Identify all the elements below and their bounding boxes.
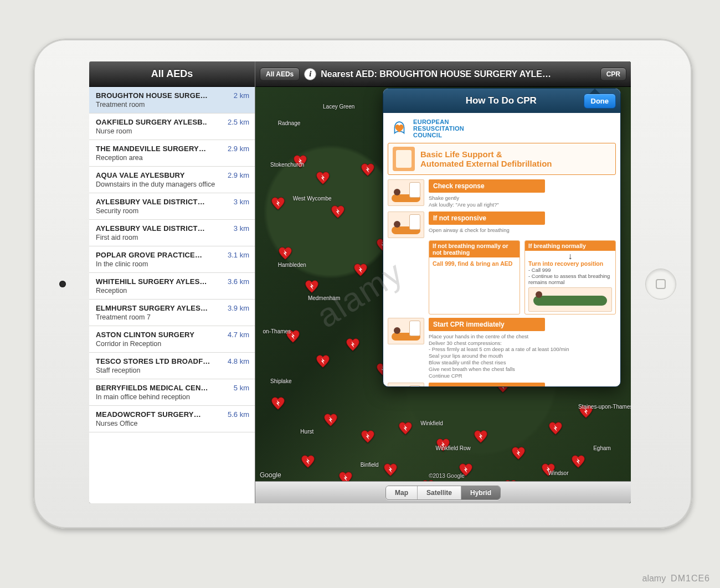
cpr-step-start-cpr: Start CPR immediately Place your hands i… [388, 318, 616, 379]
aed-map-pin[interactable] [511, 446, 526, 461]
aed-list-item[interactable]: THE MANDEVILLE SURGERY…Reception area2.9… [89, 140, 255, 167]
aed-item-subtitle: In the clinic room [96, 260, 249, 268]
cpr-popover-title: How To Do CPR [419, 95, 584, 106]
aed-list-item[interactable]: OAKFIELD SURGERY AYLESB..Nurse room2.5 k… [89, 114, 255, 140]
map-place-label: on-Thames [263, 328, 291, 334]
map-place-label: Radnage [278, 120, 301, 126]
aed-map-pin[interactable] [571, 455, 585, 469]
cpr-popover: How To Do CPR Done EUROPEAN RESUSCITATIO… [383, 88, 621, 387]
aed-item-title: THE MANDEVILLE SURGERY… [96, 145, 249, 153]
map-place-label: Hambleden [278, 262, 306, 268]
google-logo: Google [260, 471, 281, 479]
aed-item-distance: 2.5 km [228, 118, 249, 126]
cpr-button[interactable]: CPR [600, 68, 626, 81]
info-icon[interactable]: i [304, 68, 316, 80]
aed-sidebar: All AEDs BROUGHTON HOUSE SURGE…Treatment… [89, 61, 255, 503]
map-place-label: Egham [593, 445, 611, 451]
aed-item-distance: 3 km [234, 224, 249, 233]
aed-item-subtitle: First aid room [96, 234, 249, 241]
map-place-label: Stokenchurch [270, 162, 304, 168]
aed-list-item[interactable]: TESCO STORES LTD BROADF…Staff reception4… [89, 353, 255, 379]
aed-item-distance: 5 km [234, 384, 249, 392]
aed-map-pin[interactable] [361, 430, 375, 444]
aed-map-pin[interactable] [331, 205, 345, 219]
aed-list-item[interactable]: AYLESBURY VALE DISTRICT…First aid room3 … [89, 220, 255, 246]
aed-map-pin[interactable] [271, 396, 285, 411]
cpr-step-illustration [388, 212, 424, 238]
done-button[interactable]: Done [584, 94, 616, 109]
cpr-popover-body[interactable]: EUROPEAN RESUSCITATION COUNCIL Basic Lif… [383, 113, 620, 386]
aed-item-title: AYLESBURY VALE DISTRICT… [96, 224, 249, 233]
aed-map-pin[interactable] [271, 197, 285, 211]
map-place-label: West Wycombe [293, 195, 332, 202]
map-type-segmented: Map Satellite Hybrid [385, 486, 501, 500]
ipad-screen: All AEDs BROUGHTON HOUSE SURGE…Treatment… [89, 61, 631, 503]
aed-item-title: AQUA VALE AYLESBURY [96, 171, 249, 179]
aed-item-distance: 3.1 km [228, 251, 249, 259]
aed-map-pin[interactable] [383, 463, 398, 477]
aed-item-distance: 2.9 km [228, 171, 249, 179]
aed-item-subtitle: Reception area [96, 154, 249, 162]
aed-item-title: POPLAR GROVE PRACTICE… [96, 251, 249, 259]
aed-item-distance: 2 km [234, 91, 249, 100]
aed-map-pin[interactable] [278, 246, 292, 261]
aed-map-pin[interactable] [316, 354, 330, 369]
ipad-home-button[interactable] [645, 269, 676, 300]
main-panel: All AEDs i Nearest AED: BROUGHTON HOUSE … [255, 61, 631, 503]
map-type-hybrid[interactable]: Hybrid [461, 486, 500, 499]
aed-item-distance: 4.7 km [228, 331, 249, 339]
aed-list-item[interactable]: BROUGHTON HOUSE SURGE…Treatment room2 km [89, 87, 255, 114]
aed-map-pin[interactable] [474, 430, 488, 444]
aed-item-subtitle: Staff reception [96, 367, 249, 374]
erc-branding: EUROPEAN RESUSCITATION COUNCIL [388, 116, 616, 143]
map-place-label: Winkfield Row [435, 445, 470, 451]
map-type-map[interactable]: Map [386, 486, 418, 499]
aed-item-title: WHITEHILL SURGERY AYLES… [96, 277, 249, 286]
aed-list-item[interactable]: ASTON CLINTON SURGERYCorridor in Recepti… [89, 326, 255, 353]
aed-map-pin[interactable] [305, 280, 319, 294]
cpr-step-illustration [388, 318, 424, 344]
aed-list-item[interactable]: WHITEHILL SURGERY AYLES…Reception3.6 km [89, 273, 255, 300]
aed-list-item[interactable]: BERRYFIELDS MEDICAL CEN…In main office b… [89, 379, 255, 406]
aed-map-pin[interactable] [353, 263, 368, 277]
map-place-label: Binfield [361, 462, 379, 468]
cpr-step-switch-on-aed: Switch on the AED & attach pads [388, 383, 616, 386]
aed-list-item[interactable]: ELMHURST SURGERY AYLES…Treatment room 73… [89, 300, 255, 326]
ipad-frame: All AEDs BROUGHTON HOUSE SURGE…Treatment… [33, 39, 692, 529]
all-aeds-button[interactable]: All AEDs [260, 68, 300, 81]
aed-map-pin[interactable] [361, 163, 375, 177]
aed-item-title: ELMHURST SURGERY AYLES… [96, 304, 249, 312]
bls-heading-icon [393, 147, 415, 171]
aed-map-pin[interactable] [323, 413, 338, 427]
aed-map-pin[interactable] [316, 171, 330, 185]
stock-watermark-footer: alamy DM1CE6 [642, 574, 710, 584]
aed-item-title: AYLESBURY VALE DISTRICT… [96, 198, 249, 206]
aed-item-subtitle: Treatment room 7 [96, 313, 249, 321]
erc-logo-icon [390, 119, 409, 138]
aed-list-item[interactable]: MEADOWCROFT SURGERY…Nurses Office5.6 km [89, 406, 255, 432]
aed-list-item[interactable]: AQUA VALE AYLESBURYDownstairs in the dut… [89, 167, 255, 193]
aed-item-title: ASTON CLINTON SURGERY [96, 331, 249, 339]
aed-item-title: OAKFIELD SURGERY AYLESB.. [96, 118, 249, 126]
map-type-satellite[interactable]: Satellite [418, 486, 461, 499]
aed-map-pin[interactable] [346, 338, 360, 352]
cpr-branch: If not breathing normally or not breathi… [429, 240, 616, 314]
map-place-label: Staines-upon-Thames [578, 404, 631, 410]
aed-item-distance: 3.6 km [228, 277, 249, 286]
aed-item-subtitle: In main office behind reception [96, 393, 249, 401]
aed-item-subtitle: Corridor in Reception [96, 340, 249, 348]
aed-list[interactable]: BROUGHTON HOUSE SURGE…Treatment room2 km… [89, 87, 255, 503]
aed-map-pin[interactable] [548, 421, 563, 436]
aed-list-item[interactable]: AYLESBURY VALE DISTRICT…Security room3 k… [89, 193, 255, 220]
aed-map-pin[interactable] [398, 421, 413, 436]
aed-map-pin[interactable] [459, 463, 473, 477]
cpr-step-illustration [388, 179, 424, 206]
cpr-step-check-response: Check response Shake gently Ask loudly: … [388, 179, 616, 208]
aed-list-item[interactable]: POPLAR GROVE PRACTICE…In the clinic room… [89, 246, 255, 273]
map-place-label: Windsor [548, 470, 569, 476]
nearest-aed-title: Nearest AED: BROUGHTON HOUSE SURGERY AYL… [321, 69, 595, 79]
aed-item-subtitle: Reception [96, 287, 249, 295]
aed-map-pin[interactable] [301, 455, 315, 469]
bls-heading: Basic Life Support & Automated External … [388, 143, 616, 175]
map-place-label: Shiplake [270, 378, 291, 384]
